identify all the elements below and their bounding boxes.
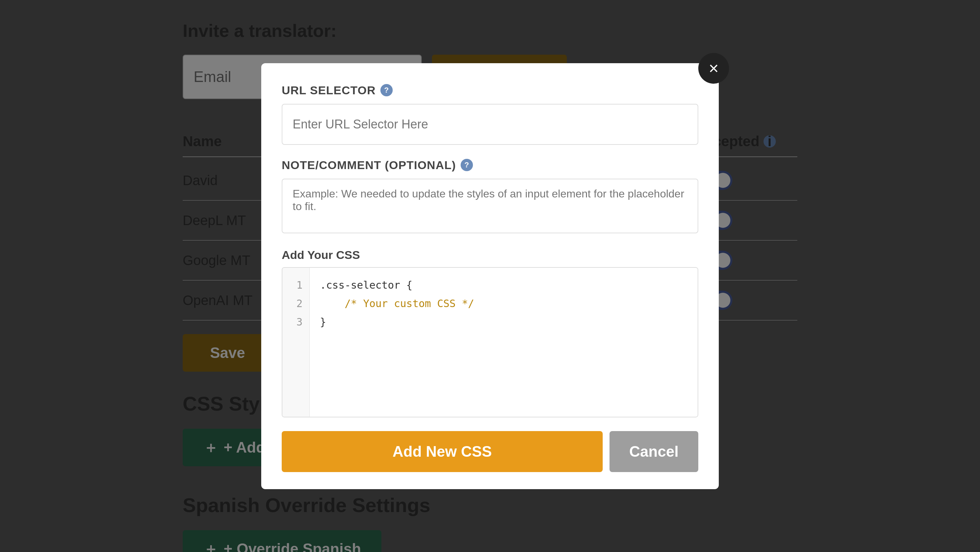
css-line-numbers: 1 2 3	[282, 268, 310, 417]
url-selector-input[interactable]	[282, 104, 698, 145]
add-css-label: Add Your CSS	[282, 248, 698, 262]
css-line-1: .css-selector {	[320, 276, 687, 294]
line-num-2: 2	[296, 294, 302, 313]
modal-footer: Add New CSS Cancel	[282, 431, 698, 472]
modal-overlay: × URL Selector ? NOTE/COMMENT (OPTIONAL)…	[0, 0, 980, 552]
note-label: NOTE/COMMENT (OPTIONAL) ?	[282, 158, 698, 172]
css-editor[interactable]: 1 2 3 .css-selector { /* Your custom CSS…	[282, 267, 698, 417]
css-line-2: /* Your custom CSS */	[320, 294, 687, 313]
css-modal: × URL Selector ? NOTE/COMMENT (OPTIONAL)…	[261, 63, 719, 489]
url-selector-label: URL Selector ?	[282, 84, 698, 97]
css-line-3: }	[320, 313, 687, 331]
line-num-3: 3	[296, 313, 302, 331]
cancel-button[interactable]: Cancel	[609, 431, 698, 472]
css-content[interactable]: .css-selector { /* Your custom CSS */ }	[310, 268, 698, 417]
url-selector-help-icon[interactable]: ?	[380, 84, 393, 96]
note-textarea[interactable]	[282, 179, 698, 233]
note-help-icon[interactable]: ?	[461, 159, 473, 171]
close-button[interactable]: ×	[698, 53, 729, 84]
line-num-1: 1	[296, 276, 302, 294]
add-new-css-button[interactable]: Add New CSS	[282, 431, 603, 472]
